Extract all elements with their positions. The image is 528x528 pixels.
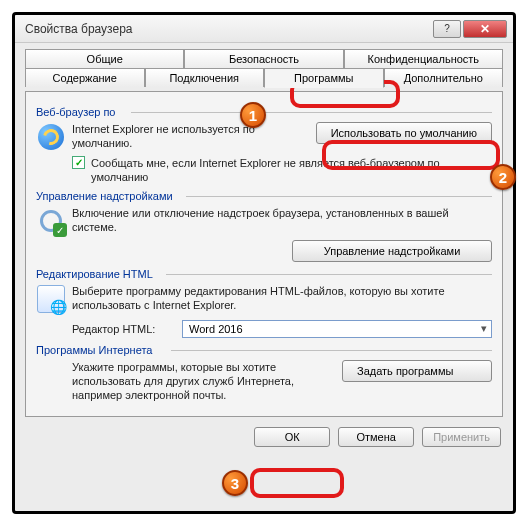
tab-programs[interactable]: Программы	[264, 68, 384, 88]
set-default-button[interactable]: Использовать по умолчанию	[316, 122, 492, 144]
ie-icon	[36, 122, 66, 152]
group-html-label: Редактирование HTML	[36, 268, 492, 280]
tab-content-programs: Веб-браузер по Internet Explorer не испо…	[25, 91, 503, 417]
group-programs-label: Программы Интернета	[36, 344, 492, 356]
html-editor-value: Word 2016	[189, 323, 243, 335]
browser-default-text: Internet Explorer не используется по умо…	[72, 122, 316, 150]
dialog-footer: ОК Отмена Применить	[25, 427, 503, 447]
html-editor-label: Редактор HTML:	[72, 323, 182, 335]
html-text: Выберите программу редактирования HTML-ф…	[72, 284, 492, 312]
titlebar: Свойства браузера ? ✕	[15, 15, 513, 43]
minimize-button[interactable]: ?	[433, 20, 461, 38]
set-programs-button[interactable]: Задать программы	[342, 360, 492, 382]
tab-privacy[interactable]: Конфиденциальность	[344, 49, 503, 68]
tab-general[interactable]: Общие	[25, 49, 184, 68]
cancel-button[interactable]: Отмена	[338, 427, 414, 447]
ok-button[interactable]: ОК	[254, 427, 330, 447]
badge-3: 3	[222, 470, 248, 496]
close-button[interactable]: ✕	[463, 20, 507, 38]
programs-text: Укажите программы, которые вы хотите исп…	[72, 360, 342, 402]
html-editor-select[interactable]: Word 2016	[182, 320, 492, 338]
badge-2: 2	[490, 164, 516, 190]
badge-1: 1	[240, 102, 266, 128]
tab-security[interactable]: Безопасность	[184, 49, 343, 68]
window-title: Свойства браузера	[25, 22, 431, 36]
addons-icon	[36, 206, 66, 236]
tab-content[interactable]: Содержание	[25, 68, 145, 87]
dialog-window: Свойства браузера ? ✕ Общие Безопасность…	[12, 12, 516, 514]
tab-connections[interactable]: Подключения	[145, 68, 265, 87]
apply-button: Применить	[422, 427, 501, 447]
group-addons-label: Управление надстройками	[36, 190, 492, 202]
spacer-icon	[36, 360, 66, 390]
manage-addons-button[interactable]: Управление надстройками	[292, 240, 492, 262]
html-editor-icon	[36, 284, 66, 314]
notify-checkbox[interactable]: ✓	[72, 156, 85, 169]
notify-checkbox-label: Сообщать мне, если Internet Explorer не …	[91, 156, 492, 184]
addons-text: Включение или отключение надстроек брауз…	[72, 206, 492, 234]
tabs: Общие Безопасность Конфиденциальность Со…	[25, 49, 503, 91]
tab-advanced[interactable]: Дополнительно	[384, 68, 504, 87]
